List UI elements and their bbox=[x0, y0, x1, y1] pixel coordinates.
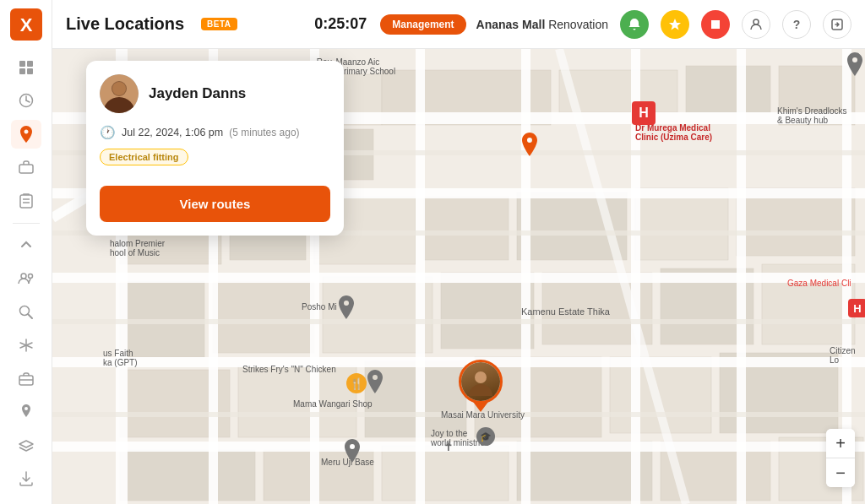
map-pin-5 bbox=[846, 52, 864, 76]
svg-rect-46 bbox=[441, 273, 534, 349]
popup-timestamp: Jul 22, 2024, 1:06 pm bbox=[122, 127, 223, 138]
svg-point-80 bbox=[475, 371, 487, 383]
svg-rect-77 bbox=[52, 319, 865, 324]
sidebar: X bbox=[0, 0, 52, 504]
page-title: Live Locations bbox=[66, 14, 184, 34]
sidebar-icon-location[interactable] bbox=[11, 120, 41, 149]
svg-rect-4 bbox=[19, 68, 25, 74]
beta-badge: BETA bbox=[201, 18, 237, 30]
svg-rect-78 bbox=[52, 412, 865, 417]
svg-rect-10 bbox=[20, 195, 32, 208]
svg-line-8 bbox=[26, 100, 30, 102]
svg-rect-23 bbox=[711, 20, 720, 29]
help-button[interactable]: ? bbox=[782, 10, 811, 39]
app-logo[interactable]: X bbox=[10, 8, 42, 41]
sidebar-icon-grid[interactable] bbox=[11, 53, 41, 82]
sidebar-icon-layers[interactable] bbox=[11, 431, 41, 460]
svg-rect-51 bbox=[238, 366, 356, 437]
svg-point-13 bbox=[21, 274, 26, 279]
sidebar-icon-briefcase[interactable] bbox=[11, 154, 41, 182]
share-button[interactable] bbox=[823, 10, 851, 39]
popup-tag: Electrical fitting bbox=[100, 149, 188, 165]
sidebar-icon-search-person[interactable] bbox=[11, 298, 41, 327]
sidebar-icon-users[interactable] bbox=[11, 264, 41, 293]
map-pin-3 bbox=[366, 370, 384, 393]
svg-point-14 bbox=[28, 274, 32, 278]
clock-icon: 🕐 bbox=[100, 125, 116, 140]
popup-avatar bbox=[100, 74, 139, 113]
map-pin-orange-1 bbox=[520, 133, 539, 156]
popup-card: Jayden Danns 🕐 Jul 22, 2024, 1:06 pm (5 … bbox=[86, 61, 344, 236]
sidebar-icon-suitcase[interactable] bbox=[11, 365, 41, 393]
map-background: Rev. Maanzo AicAcademy Primary School Bi… bbox=[52, 49, 865, 504]
svg-rect-3 bbox=[27, 61, 33, 67]
star-button[interactable] bbox=[661, 10, 689, 39]
cross-icon: ✝ bbox=[441, 439, 456, 454]
svg-text:X: X bbox=[19, 14, 32, 35]
bell-button[interactable] bbox=[620, 10, 649, 39]
popup-person-name: Jayden Danns bbox=[149, 85, 246, 102]
svg-rect-71 bbox=[521, 49, 530, 504]
svg-rect-34 bbox=[686, 66, 770, 112]
popup-time-ago: (5 minutes ago) bbox=[229, 127, 299, 138]
svg-marker-22 bbox=[669, 19, 681, 30]
svg-rect-56 bbox=[120, 450, 255, 501]
view-routes-button[interactable]: View routes bbox=[100, 186, 330, 222]
person-button[interactable] bbox=[742, 10, 770, 39]
svg-rect-70 bbox=[416, 49, 425, 504]
svg-rect-73 bbox=[737, 49, 746, 504]
sidebar-icon-asterisk[interactable] bbox=[11, 331, 41, 360]
sidebar-icon-clipboard[interactable] bbox=[11, 187, 41, 215]
svg-point-83 bbox=[112, 82, 126, 95]
sidebar-icon-clock[interactable] bbox=[11, 87, 41, 116]
map-pin-4 bbox=[343, 439, 362, 463]
svg-rect-9 bbox=[19, 165, 33, 173]
zoom-out-button[interactable]: − bbox=[826, 458, 855, 487]
timer: 0:25:07 bbox=[314, 15, 367, 33]
university-icon: 🎓 bbox=[476, 427, 495, 446]
svg-rect-41 bbox=[635, 188, 728, 260]
svg-rect-44 bbox=[213, 281, 314, 353]
job-label: Ananas Mall Renovation bbox=[476, 18, 608, 31]
svg-rect-5 bbox=[27, 68, 33, 74]
sidebar-icon-download[interactable] bbox=[11, 465, 41, 494]
map-icon-food: 🍴 bbox=[346, 373, 367, 393]
header: Live Locations BETA 0:25:07 Management A… bbox=[52, 0, 865, 49]
sidebar-icon-chevron-up[interactable] bbox=[11, 231, 41, 260]
svg-point-24 bbox=[753, 19, 759, 24]
stop-button[interactable] bbox=[701, 10, 730, 39]
management-badge[interactable]: Management bbox=[380, 14, 465, 35]
zoom-in-button[interactable]: + bbox=[826, 429, 855, 458]
svg-rect-39 bbox=[424, 197, 509, 260]
person-location-marker[interactable] bbox=[459, 360, 503, 412]
svg-line-16 bbox=[28, 314, 32, 318]
sidebar-icon-pin[interactable] bbox=[11, 398, 41, 426]
zoom-controls: + − bbox=[826, 429, 855, 487]
svg-rect-2 bbox=[19, 61, 25, 67]
map-pin-2 bbox=[337, 295, 356, 319]
map-container[interactable]: Rev. Maanzo AicAcademy Primary School Bi… bbox=[52, 49, 865, 504]
